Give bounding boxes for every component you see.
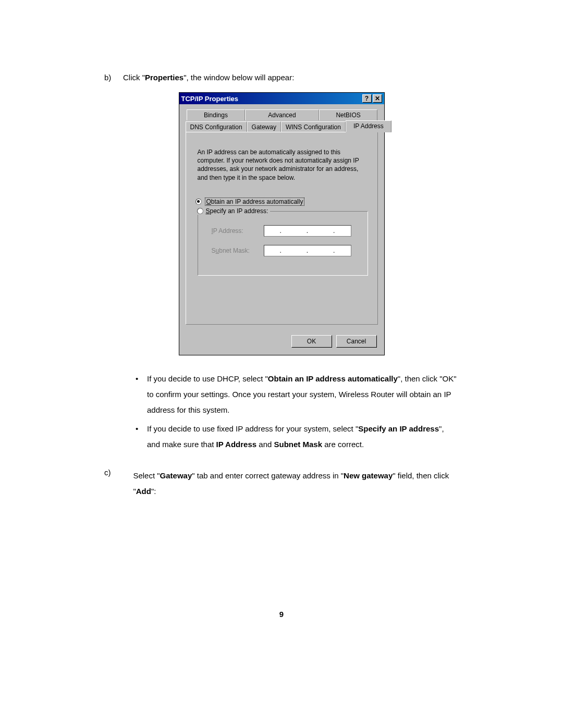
bullet-1: If you decide to use DHCP, select "Obtai… xyxy=(136,371,459,418)
step-b-line: b) Click "Properties", the window below … xyxy=(104,73,459,82)
subnet-mask-label: Subnet Mask: xyxy=(212,247,264,254)
tab-gateway[interactable]: Gateway xyxy=(247,121,281,132)
c-post: ": xyxy=(151,487,156,496)
cancel-button[interactable]: Cancel xyxy=(336,335,377,348)
specify-ip-group: Specify an IP address: IP Address: ... S… xyxy=(198,211,368,276)
radio-dot-icon xyxy=(195,199,202,205)
tab-wins-configuration[interactable]: WINS Configuration xyxy=(281,121,346,132)
b2-bold1: Specify an IP address xyxy=(358,424,439,433)
tab-dns-configuration[interactable]: DNS Configuration xyxy=(186,121,247,132)
tab-panel-ip-address: An IP address can be automatically assig… xyxy=(186,132,378,325)
ip-address-input[interactable]: ... xyxy=(264,225,351,237)
tab-netbios[interactable]: NetBIOS xyxy=(319,109,378,120)
step-b-suffix: ", the window below will appear: xyxy=(183,73,294,82)
help-icon[interactable]: ? xyxy=(362,94,372,103)
radio-obtain-automatically[interactable]: Obtain an IP address automatically xyxy=(195,198,371,206)
step-c-label: c) xyxy=(104,468,133,499)
step-b-label: b) xyxy=(104,73,123,82)
b1-pre: If you decide to use DHCP, select " xyxy=(147,374,268,383)
b2-pre: If you decide to use fixed IP address fo… xyxy=(147,424,358,433)
dialog-title: TCP/IP Properties xyxy=(181,95,239,103)
step-c-line: c) Select "Gateway" tab and enter correc… xyxy=(104,468,459,499)
radio1-label: Obtain an IP address automatically xyxy=(205,198,305,206)
subnet-mask-row: Subnet Mask: ... xyxy=(212,245,360,256)
page-number: 9 xyxy=(0,610,563,619)
c-bold3: Add xyxy=(136,487,151,496)
b2-bold3: Subnet Mask xyxy=(274,440,323,449)
b1-bold: Obtain an IP address automatically xyxy=(268,374,398,383)
b2-post: are correct. xyxy=(322,440,364,449)
step-b-text: Click "Properties", the window below wil… xyxy=(123,73,294,82)
ip-address-row: IP Address: ... xyxy=(212,225,360,237)
step-c-text: Select "Gateway" tab and enter correct g… xyxy=(133,468,459,499)
tcpip-properties-dialog: TCP/IP Properties ? ✕ Bindings Advanced … xyxy=(179,92,385,355)
step-b-bold: Properties xyxy=(145,73,183,82)
ip-address-label: IP Address: xyxy=(212,227,264,235)
intro-text: An IP address can be automatically assig… xyxy=(198,148,366,182)
tabs-row-front: DNS Configuration Gateway WINS Configura… xyxy=(186,120,378,132)
c-pre: Select " xyxy=(133,471,160,480)
tab-advanced[interactable]: Advanced xyxy=(245,109,319,120)
radio-specify-ip[interactable]: Specify an IP address: xyxy=(195,207,271,215)
tab-ip-address[interactable]: IP Address xyxy=(346,120,391,132)
b2-bold2: IP Address xyxy=(216,440,257,449)
tab-bindings[interactable]: Bindings xyxy=(187,109,246,120)
subnet-mask-input[interactable]: ... xyxy=(264,245,351,256)
step-b-prefix: Click " xyxy=(123,73,145,82)
c-bold2: New gateway xyxy=(344,471,393,480)
bullet-2: If you decide to use fixed IP address fo… xyxy=(136,421,459,452)
c-bold1: Gateway xyxy=(160,471,192,480)
radio2-label: Specify an IP address: xyxy=(206,207,268,215)
dialog-body: Bindings Advanced NetBIOS DNS Configurat… xyxy=(179,104,384,330)
c-mid1: " tab and enter correct gateway address … xyxy=(192,471,344,480)
close-icon[interactable]: ✕ xyxy=(373,94,382,103)
radio-empty-icon xyxy=(197,208,203,214)
ok-button[interactable]: OK xyxy=(291,335,332,348)
tabs-row-back: Bindings Advanced NetBIOS xyxy=(187,109,378,120)
titlebar: TCP/IP Properties ? ✕ xyxy=(179,93,384,104)
dialog-buttons: OK Cancel xyxy=(179,330,384,355)
bullet-list: If you decide to use DHCP, select "Obtai… xyxy=(104,371,459,452)
b2-mid2: and xyxy=(256,440,274,449)
